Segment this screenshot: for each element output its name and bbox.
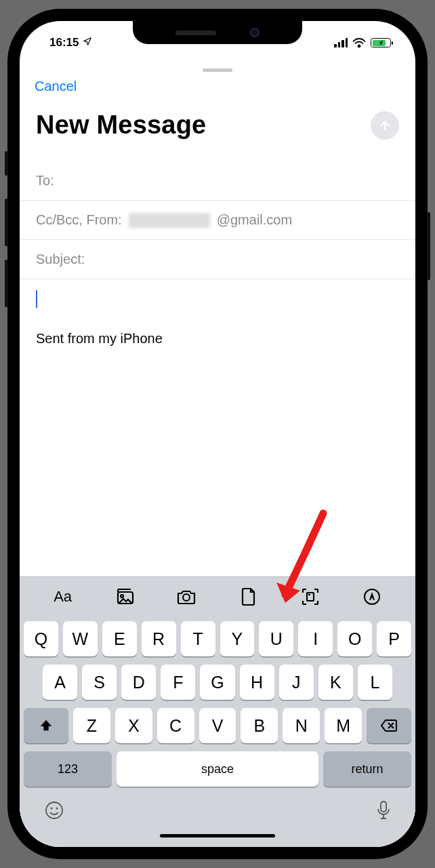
key-b[interactable]: B [241,708,278,743]
keyboard-row-3: Z X C V B N M [24,708,411,743]
ccbcc-from-field[interactable]: Cc/Bcc, From: @gmail.com [20,201,415,240]
key-n[interactable]: N [283,708,320,743]
photo-library-icon [114,588,136,606]
emoji-key[interactable] [44,800,64,823]
key-g[interactable]: G [200,665,234,700]
sheet-grabber[interactable] [203,68,232,72]
key-k[interactable]: K [318,665,353,700]
return-key[interactable]: return [323,751,411,787]
key-x[interactable]: X [115,708,152,743]
body-field[interactable]: Sent from my iPhone [20,279,415,357]
shift-icon [39,718,54,733]
shift-key[interactable] [24,708,68,743]
key-r[interactable]: R [142,621,176,656]
key-z[interactable]: Z [73,708,110,743]
text-cursor [36,290,37,308]
key-s[interactable]: S [82,665,117,700]
document-icon [241,587,257,606]
keyboard: Q W E R T Y U I O P A S D F G H [20,616,415,847]
backspace-key[interactable] [367,708,411,743]
markup-button[interactable] [360,585,384,608]
to-field[interactable]: To: [20,161,415,201]
keyboard-row-2: A S D F G H J K L [24,665,411,700]
keyboard-row-1: Q W E R T Y U I O P [24,621,411,656]
svg-rect-8 [381,802,386,812]
cancel-button[interactable]: Cancel [35,79,77,94]
space-key[interactable]: space [117,751,318,787]
key-o[interactable]: O [337,621,372,656]
compose-sheet: Cancel New Message To: Cc/Bcc, From: @gm… [20,63,415,847]
key-t[interactable]: T [181,621,215,656]
location-icon [83,36,92,50]
keyboard-row-4: 123 space return [24,751,411,787]
attach-document-button[interactable] [237,585,260,608]
svg-point-1 [121,595,123,597]
microphone-icon [376,800,391,821]
backspace-icon [380,719,398,732]
svg-point-6 [51,808,53,810]
redacted-email-user [129,213,210,228]
key-j[interactable]: J [279,665,314,700]
compose-title: New Message [36,111,206,140]
key-w[interactable]: W [63,621,98,656]
status-time: 16:15 [49,36,79,50]
home-indicator[interactable] [160,834,275,837]
photo-library-button[interactable] [113,585,136,608]
numbers-key[interactable]: 123 [24,751,112,787]
key-i[interactable]: I [298,621,333,656]
from-domain: @gmail.com [217,212,292,228]
arrow-up-icon [377,118,392,133]
key-u[interactable]: U [259,621,293,656]
key-c[interactable]: C [157,708,194,743]
subject-field[interactable]: Subject: [20,240,415,279]
to-label: To: [36,173,54,189]
dictation-key[interactable] [376,800,391,823]
svg-point-5 [46,802,62,818]
svg-point-7 [56,808,58,810]
key-q[interactable]: Q [24,621,58,656]
ccbcc-from-label: Cc/Bcc, From: [36,212,122,228]
camera-icon [176,589,196,605]
key-a[interactable]: A [43,665,77,700]
key-v[interactable]: V [199,708,236,743]
key-f[interactable]: F [161,665,195,700]
send-button[interactable] [371,111,399,140]
subject-label: Subject: [36,252,85,267]
markup-icon [363,588,381,606]
key-d[interactable]: D [121,665,156,700]
keyboard-toolbar: Aa [20,576,415,616]
key-e[interactable]: E [102,621,137,656]
cellular-signal-icon [334,38,348,47]
wifi-icon [352,38,366,48]
emoji-icon [44,800,64,821]
key-m[interactable]: M [325,708,362,743]
camera-button[interactable] [175,585,198,608]
text-format-button[interactable]: Aa [51,585,75,608]
key-l[interactable]: L [358,665,392,700]
signature-text: Sent from my iPhone [36,331,399,347]
svg-point-2 [183,594,190,601]
key-h[interactable]: H [240,665,274,700]
annotation-arrow [270,508,338,616]
key-y[interactable]: Y [220,621,255,656]
key-p[interactable]: P [377,621,411,656]
battery-icon: ⚡︎ [371,38,391,47]
